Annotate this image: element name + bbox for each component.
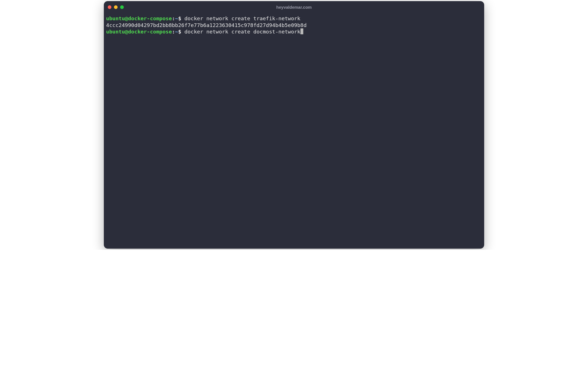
window-title: heyvaldemar.com: [276, 5, 312, 10]
close-button[interactable]: [108, 5, 111, 9]
prompt-path: ~: [175, 15, 178, 21]
prompt-host: docker-compose: [128, 15, 172, 21]
command-text: docker network create traefik-network: [181, 15, 300, 21]
minimize-button[interactable]: [114, 5, 118, 9]
terminal-line-2: 4ccc24990d04297bd2bb8bb26f7e77b6a1223630…: [106, 22, 482, 29]
terminal-line-3: ubuntu@docker-compose:~$ docker network …: [106, 28, 482, 35]
prompt-dollar: $: [178, 29, 181, 35]
prompt-user: ubuntu: [106, 15, 125, 21]
prompt-colon: :: [172, 15, 175, 21]
prompt-at: @: [125, 29, 128, 35]
prompt-dollar: $: [178, 15, 181, 21]
terminal-body[interactable]: ubuntu@docker-compose:~$ docker network …: [104, 13, 484, 249]
traffic-lights: [108, 5, 124, 9]
maximize-button[interactable]: [120, 5, 124, 9]
prompt-user: ubuntu: [106, 29, 125, 35]
prompt-colon: :: [172, 29, 175, 35]
terminal-window: heyvaldemar.com ubuntu@docker-compose:~$…: [104, 1, 484, 249]
prompt-host: docker-compose: [128, 29, 172, 35]
terminal-line-1: ubuntu@docker-compose:~$ docker network …: [106, 15, 482, 22]
cursor: [300, 28, 303, 34]
prompt-path: ~: [175, 29, 178, 35]
command-text: docker network create docmost-network: [181, 29, 300, 35]
prompt-at: @: [125, 15, 128, 21]
title-bar: heyvaldemar.com: [104, 1, 484, 13]
